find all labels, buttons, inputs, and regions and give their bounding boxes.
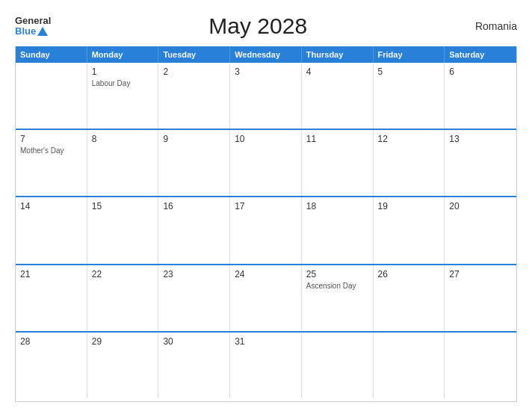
col-saturday: Saturday [445,46,516,63]
calendar-cell: 17 [230,197,302,263]
header: General Blue May 2028 Romania [15,13,517,39]
day-number: 15 [92,201,154,211]
page: General Blue May 2028 Romania Sunday Mon… [0,0,532,411]
calendar-cell: 10 [230,130,302,196]
day-number: 17 [235,201,297,211]
holiday-label: Labour Day [92,78,154,88]
day-number: 9 [163,134,225,144]
day-number: 20 [449,201,512,211]
calendar-cell: 27 [445,265,516,331]
day-number: 3 [235,67,297,77]
calendar-cell: 23 [158,265,230,331]
calendar-cell: 19 [374,197,445,263]
calendar-week-1: 1Labour Day23456 [16,63,516,130]
calendar-cell: 29 [87,333,159,398]
col-thursday: Thursday [302,46,374,63]
col-wednesday: Wednesday [230,46,302,63]
calendar-cell: 25Ascension Day [302,265,374,331]
calendar-cell [445,333,516,398]
col-sunday: Sunday [16,46,87,63]
day-number: 11 [306,134,368,144]
calendar-cell: 1Labour Day [87,63,159,129]
day-number: 18 [306,201,368,211]
day-number: 26 [378,269,440,279]
day-number: 16 [163,201,225,211]
col-friday: Friday [374,46,445,63]
calendar-cell: 22 [87,265,159,331]
day-number: 13 [449,134,512,144]
logo: General Blue [15,16,51,37]
calendar-cell: 3 [230,63,302,129]
holiday-label: Ascension Day [306,281,368,291]
logo-triangle-icon [37,27,48,36]
calendar-cell: 21 [16,265,87,331]
day-number: 7 [20,134,82,144]
day-number: 29 [92,336,154,347]
day-number: 6 [449,67,512,77]
col-tuesday: Tuesday [158,46,230,63]
day-number: 24 [235,269,297,279]
calendar-week-4: 2122232425Ascension Day2627 [16,265,516,333]
day-number: 12 [378,134,440,144]
day-number: 23 [163,269,225,279]
calendar-cell: 15 [87,197,159,263]
calendar-cell: 2 [158,63,230,129]
country-label: Romania [465,20,517,32]
calendar-cell [16,63,87,129]
calendar-week-5: 28293031 [16,333,516,398]
calendar-cell: 28 [16,333,87,398]
day-number: 5 [378,67,440,77]
calendar-cell: 18 [302,197,374,263]
calendar-cell: 7Mother's Day [16,130,87,196]
day-number: 1 [92,67,154,77]
day-number: 30 [163,336,225,347]
day-number: 8 [92,134,154,144]
day-number: 25 [306,269,368,279]
day-number: 27 [449,269,512,279]
calendar-cell: 16 [158,197,230,263]
calendar: Sunday Monday Tuesday Wednesday Thursday… [15,46,517,402]
day-number: 19 [378,201,440,211]
calendar-cell: 26 [374,265,445,331]
day-number: 2 [163,67,225,77]
logo-general-text: General [15,16,51,26]
day-number: 31 [235,336,297,347]
calendar-cell: 4 [302,63,374,129]
holiday-label: Mother's Day [20,146,82,155]
calendar-body: 1Labour Day234567Mother's Day89101112131… [16,63,516,398]
calendar-cell: 11 [302,130,374,196]
calendar-cell: 24 [230,265,302,331]
calendar-cell [374,333,445,398]
logo-blue-text: Blue [15,26,36,37]
calendar-cell [302,333,374,398]
day-number: 14 [20,201,82,211]
day-number: 28 [20,336,82,347]
calendar-cell: 20 [445,197,516,263]
calendar-title: May 2028 [51,13,465,39]
calendar-cell: 12 [374,130,445,196]
calendar-cell: 31 [230,333,302,398]
day-number: 22 [92,269,154,279]
calendar-cell: 30 [158,333,230,398]
day-number: 21 [20,269,82,279]
calendar-week-3: 14151617181920 [16,197,516,265]
calendar-week-2: 7Mother's Day8910111213 [16,130,516,197]
calendar-cell: 14 [16,197,87,263]
calendar-cell: 6 [445,63,516,129]
calendar-header: Sunday Monday Tuesday Wednesday Thursday… [16,46,516,63]
calendar-cell: 8 [87,130,159,196]
calendar-cell: 13 [445,130,516,196]
calendar-cell: 9 [158,130,230,196]
col-monday: Monday [87,46,159,63]
calendar-cell: 5 [374,63,445,129]
day-number: 10 [235,134,297,144]
day-number: 4 [306,67,368,77]
